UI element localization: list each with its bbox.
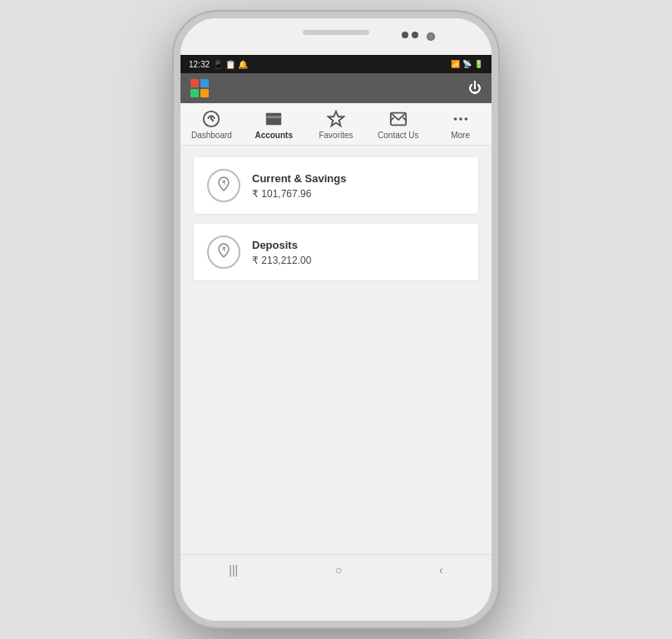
status-time: 12:32 <box>189 60 210 69</box>
status-right: 📶 📡 🔋 <box>451 60 483 68</box>
nav-label-dashboard: Dashboard <box>191 131 232 140</box>
account-amount-current-savings: ₹ 101,767.96 <box>252 188 346 200</box>
app-content: ₹ Current & Savings ₹ 101,767.96 ₹ D <box>180 146 492 554</box>
favorites-icon <box>327 110 345 128</box>
phone-device: 12:32 📱 📋 🔔 📶 📡 🔋 ⏻ <box>174 12 498 627</box>
account-icon-deposits: ₹ <box>207 235 240 269</box>
svg-rect-1 <box>266 116 281 118</box>
nav-label-more: More <box>451 131 470 140</box>
status-left: 12:32 📱 📋 🔔 <box>189 60 248 69</box>
svg-point-7 <box>459 117 462 121</box>
svg-point-6 <box>453 117 457 121</box>
power-icon[interactable]: ⏻ <box>468 81 482 96</box>
account-amount-deposits: ₹ 213,212.00 <box>252 255 311 266</box>
phone-menu-btn[interactable]: ||| <box>229 563 238 577</box>
nav-item-dashboard[interactable]: Dashboard <box>189 110 235 140</box>
nav-item-contact[interactable]: Contact Us <box>375 110 421 140</box>
account-card-deposits[interactable]: ₹ Deposits ₹ 213,212.00 <box>194 224 478 280</box>
svg-text:₹: ₹ <box>222 246 226 252</box>
nav-item-favorites[interactable]: Favorites <box>313 110 358 140</box>
account-icon-current-savings: ₹ <box>207 169 240 202</box>
wifi-icon: 📡 <box>462 60 472 68</box>
app-header: ⏻ <box>180 73 492 103</box>
svg-point-8 <box>464 117 467 121</box>
accounts-icon <box>264 110 283 128</box>
phone-top-bar <box>180 18 492 55</box>
nav-item-more[interactable]: More <box>437 110 483 140</box>
dashboard-icon <box>202 110 220 128</box>
signal-icon: 📶 <box>451 60 460 68</box>
phone-speaker <box>303 30 369 35</box>
status-bar: 12:32 📱 📋 🔔 📶 📡 🔋 <box>180 55 492 73</box>
logo-q4 <box>200 89 209 97</box>
account-title-current-savings: Current & Savings <box>252 172 346 185</box>
logo-q2 <box>200 79 209 87</box>
battery-icon: 🔋 <box>474 60 483 68</box>
nav-item-accounts[interactable]: Accounts <box>251 110 297 140</box>
account-info-current-savings: Current & Savings ₹ 101,767.96 <box>252 172 346 200</box>
more-icon <box>452 110 470 128</box>
phone-bottom-bar <box>180 584 492 621</box>
account-card-current-savings[interactable]: ₹ Current & Savings ₹ 101,767.96 <box>194 157 478 214</box>
phone-back-btn[interactable]: ‹ <box>439 563 443 577</box>
logo-q3 <box>190 89 199 97</box>
contact-icon <box>389 110 408 128</box>
nav-bar: Dashboard Accounts Favorites <box>180 103 492 146</box>
phone-sensors <box>402 32 418 38</box>
svg-marker-2 <box>329 111 343 126</box>
app-logo <box>190 79 209 97</box>
phone-camera <box>427 32 435 41</box>
nav-label-accounts: Accounts <box>254 131 293 140</box>
account-info-deposits: Deposits ₹ 213,212.00 <box>252 239 311 266</box>
status-icons: 📱 📋 🔔 <box>213 60 248 69</box>
phone-home-btn[interactable]: ○ <box>335 563 342 577</box>
account-title-deposits: Deposits <box>252 239 311 251</box>
nav-label-favorites: Favorites <box>319 131 353 140</box>
logo-q1 <box>190 79 199 87</box>
phone-screen: 12:32 📱 📋 🔔 📶 📡 🔋 ⏻ <box>180 55 492 584</box>
nav-label-contact: Contact Us <box>378 131 418 140</box>
svg-text:₹: ₹ <box>222 180 226 186</box>
phone-bottom-nav: ||| ○ ‹ <box>180 554 492 584</box>
